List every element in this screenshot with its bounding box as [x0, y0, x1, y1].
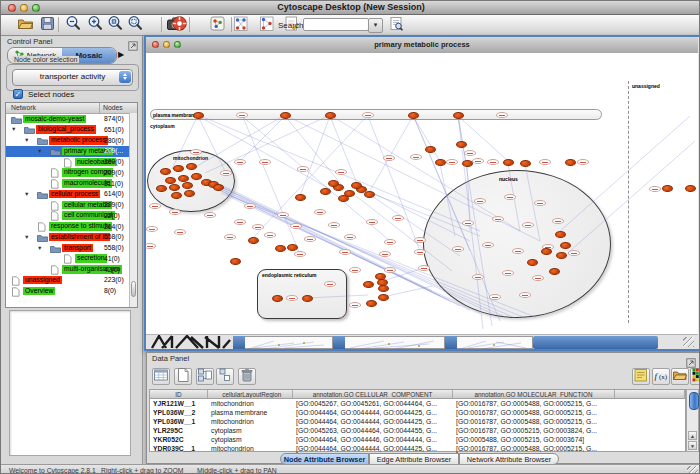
combobox-stepper-icon[interactable]: [119, 71, 131, 83]
create-attribute-button[interactable]: [174, 368, 192, 385]
resize-grip-icon[interactable]: [683, 337, 694, 347]
table-column-header[interactable]: annotation.GO CELLULAR_COMPONENT: [293, 390, 453, 399]
network-node-label[interactable]: [414, 249, 426, 255]
network-node-label[interactable]: [496, 112, 508, 118]
background-mini-window[interactable]: [333, 336, 445, 349]
network-tree-row[interactable]: ▼establishment of lo558(0): [6, 232, 138, 243]
import-attributes-button[interactable]: [671, 368, 689, 385]
expand-arrow-icon[interactable]: ▼: [24, 137, 29, 143]
network-node[interactable]: [302, 295, 313, 302]
network-node-label[interactable]: [487, 159, 499, 165]
network-tree-row[interactable]: ▼metabolic process280(0): [6, 135, 138, 146]
network-node[interactable]: [408, 112, 419, 119]
network-tree-row[interactable]: macromolecule311(0): [6, 178, 138, 189]
network-node-label[interactable]: [379, 251, 391, 257]
network-node-label[interactable]: [234, 159, 246, 165]
network-node[interactable]: [338, 195, 349, 202]
table-cell[interactable]: [GO:0044464, GO:0044444, GO:0044425, G..…: [293, 417, 453, 426]
network-node-label[interactable]: [286, 295, 298, 301]
network-tree-row[interactable]: secretion41(0): [6, 253, 138, 264]
network-node-label[interactable]: [414, 237, 426, 243]
table-cell[interactable]: YJR121W__1: [150, 399, 208, 408]
zoom-out-button[interactable]: [63, 16, 83, 34]
network-node[interactable]: [435, 159, 446, 166]
expand-arrow-icon[interactable]: ▼: [37, 148, 42, 154]
network-node-label[interactable]: [452, 246, 464, 252]
network-node[interactable]: [364, 191, 375, 198]
network-node[interactable]: [191, 173, 202, 180]
network-tree-row[interactable]: ▼transport558(0): [6, 243, 138, 254]
network-node-label[interactable]: [204, 212, 216, 218]
zoom-fit-button[interactable]: [125, 16, 145, 34]
network-node-label[interactable]: [277, 212, 289, 218]
network-node-label[interactable]: [472, 274, 484, 280]
table-column-header[interactable]: ID: [150, 390, 208, 399]
vizmapper-button[interactable]: [207, 16, 227, 34]
network-canvas[interactable]: plasma membranecytoplasmmitochondrionnuc…: [146, 53, 698, 334]
table-cell[interactable]: YPL036W__2: [150, 408, 208, 417]
network-node[interactable]: [685, 185, 696, 192]
network-node-label[interactable]: [324, 281, 336, 287]
network-node-label[interactable]: [290, 223, 302, 229]
network-node-label[interactable]: [522, 222, 534, 228]
network-node[interactable]: [173, 165, 184, 172]
network-node[interactable]: [366, 300, 377, 307]
network-tree-row[interactable]: nucleobase-209(0): [6, 157, 138, 168]
table-column-header[interactable]: _cellularLayoutRegion: [208, 390, 293, 399]
formula-builder-button[interactable]: f(x): [652, 368, 670, 385]
delete-attribute-button[interactable]: [238, 368, 256, 385]
table-cell[interactable]: [GO:0005488, GO:0005215, GO:0003674]: [453, 435, 615, 444]
network-node-label[interactable]: [383, 155, 395, 161]
network-node-label[interactable]: [649, 186, 661, 192]
network-node-label[interactable]: [234, 219, 246, 225]
network-node-label[interactable]: [552, 218, 564, 224]
network-node[interactable]: [275, 245, 286, 252]
expand-arrow-icon[interactable]: ▼: [24, 234, 29, 240]
network-node-label[interactable]: [502, 270, 514, 276]
network-node-label[interactable]: [446, 159, 458, 165]
network-node[interactable]: [320, 188, 331, 195]
network-node-label[interactable]: [534, 200, 546, 206]
network-node-label[interactable]: [489, 294, 501, 300]
network-node-label[interactable]: [577, 159, 589, 165]
network-node-label[interactable]: [392, 215, 404, 221]
select-nodes-checkbox[interactable]: ✓: [13, 89, 23, 99]
network-node-label[interactable]: [146, 226, 158, 232]
table-cell[interactable]: YDR039C__1: [150, 444, 208, 453]
network-tree-row[interactable]: unassigned223(0): [6, 275, 138, 286]
network-tree-row[interactable]: ▼primary metabo209(...: [6, 146, 138, 157]
network-node-label[interactable]: [539, 159, 551, 165]
scroll-up-icon[interactable]: ▲: [688, 431, 697, 440]
zoom-in-button[interactable]: [85, 16, 105, 34]
expand-arrow-icon[interactable]: ▼: [11, 126, 16, 132]
network-view-titlebar[interactable]: primary metabolic process: [146, 37, 698, 54]
network-node[interactable]: [378, 294, 389, 301]
network-node[interactable]: [662, 185, 673, 192]
table-cell[interactable]: cytoplasm: [208, 426, 293, 435]
network-node-label[interactable]: [519, 292, 531, 298]
network-node-label[interactable]: [244, 203, 256, 209]
network-node-label[interactable]: [472, 158, 484, 164]
network-node[interactable]: [363, 281, 374, 288]
expand-arrow-icon[interactable]: ▼: [37, 245, 42, 251]
table-cell[interactable]: [GO:0045267, GO:0045261, GO:0044464, G..…: [293, 399, 453, 408]
table-cell[interactable]: plasma membrane: [208, 408, 293, 417]
table-cell[interactable]: [GO:0016787, GO:0005488, GO:0005215, G..…: [453, 417, 615, 426]
network-node-label[interactable]: [190, 149, 202, 155]
background-mini-window[interactable]: [233, 336, 333, 349]
network-tree-row[interactable]: ▼biological_process651(0): [6, 124, 138, 135]
network-node-label[interactable]: [362, 112, 374, 118]
network-node-label[interactable]: [297, 166, 309, 172]
network-node[interactable]: [520, 160, 531, 167]
network-node[interactable]: [456, 141, 467, 148]
search-input[interactable]: [303, 18, 369, 31]
network-node-label[interactable]: [220, 170, 232, 176]
search-dropdown-button[interactable]: ▾: [368, 18, 383, 33]
network-node-label[interactable]: [304, 236, 316, 242]
network-node[interactable]: [184, 190, 195, 197]
network-tree-row[interactable]: Overview8(0): [6, 286, 138, 297]
network-node-label[interactable]: [349, 267, 361, 273]
network-node[interactable]: [295, 194, 306, 201]
network-node[interactable]: [165, 177, 176, 184]
network-node-label[interactable]: [366, 219, 378, 225]
